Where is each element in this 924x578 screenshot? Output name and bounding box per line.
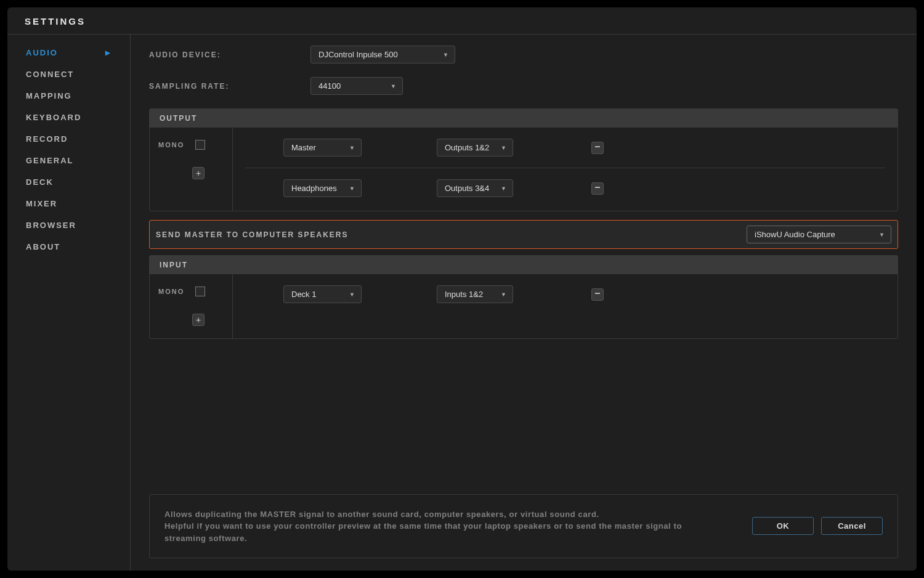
help-line1: Allows duplicating the MASTER signal to … [164, 510, 599, 519]
sidebar-item-about[interactable]: ABOUT [7, 236, 130, 258]
sampling-rate-label: SAMPLING RATE: [149, 82, 310, 91]
sidebar-item-label: BROWSER [26, 221, 76, 230]
dropdown-value: Inputs 1&2 [445, 290, 483, 299]
input-remove-button[interactable]: – [591, 288, 604, 301]
footer-buttons: OK Cancel [752, 517, 883, 535]
output-source-dropdown[interactable]: Headphones ▼ [283, 179, 362, 197]
dropdown-value: iShowU Audio Capture [755, 230, 835, 239]
sidebar-item-audio[interactable]: AUDIO ▶ [7, 42, 130, 63]
sidebar-item-record[interactable]: RECORD [7, 128, 130, 150]
output-header: OUTPUT [150, 109, 898, 128]
sampling-rate-row: SAMPLING RATE: 44100 ▼ [149, 77, 898, 95]
help-line2: Helpful if you want to use your controll… [164, 521, 682, 543]
chevron-down-icon: ▼ [391, 83, 396, 89]
output-add-button[interactable]: + [192, 167, 205, 179]
output-panel: OUTPUT MONO + Master ▼ [149, 108, 898, 211]
dropdown-value: Outputs 1&2 [445, 143, 489, 152]
output-remove-button[interactable]: – [591, 182, 604, 195]
chevron-down-icon: ▼ [349, 185, 355, 192]
sidebar: AUDIO ▶ CONNECT MAPPING KEYBOARD RECORD … [7, 35, 131, 571]
output-mono-checkbox[interactable] [195, 140, 205, 150]
audio-device-dropdown[interactable]: DJControl Inpulse 500 ▼ [310, 46, 455, 63]
window-title: SETTINGS [25, 16, 899, 26]
input-panel: INPUT MONO + Deck 1 ▼ [149, 255, 898, 339]
output-dest-dropdown[interactable]: Outputs 1&2 ▼ [437, 139, 513, 157]
sidebar-item-label: MAPPING [26, 91, 72, 100]
footer-bar: Allows duplicating the MASTER signal to … [149, 494, 898, 559]
output-source-dropdown[interactable]: Master ▼ [283, 139, 362, 157]
chevron-down-icon: ▼ [349, 291, 355, 298]
sampling-rate-dropdown[interactable]: 44100 ▼ [310, 77, 403, 95]
input-route-row: Deck 1 ▼ Inputs 1&2 ▼ – [245, 285, 885, 314]
input-left-column: MONO + [150, 274, 233, 338]
output-route-row: Master ▼ Outputs 1&2 ▼ – [245, 139, 885, 168]
chevron-right-icon: ▶ [105, 49, 111, 56]
input-source-dropdown[interactable]: Deck 1 ▼ [283, 285, 362, 303]
input-body: MONO + Deck 1 ▼ Inputs 1&2 [150, 274, 898, 338]
input-dest-dropdown[interactable]: Inputs 1&2 ▼ [437, 285, 513, 303]
audio-device-row: AUDIO DEVICE: DJControl Inpulse 500 ▼ [149, 46, 898, 63]
sidebar-item-label: KEYBOARD [26, 113, 81, 122]
output-dest-dropdown[interactable]: Outputs 3&4 ▼ [437, 179, 513, 197]
titlebar: SETTINGS [7, 7, 917, 35]
settings-window: SETTINGS AUDIO ▶ CONNECT MAPPING KEYBOAR… [7, 7, 917, 571]
cancel-button[interactable]: Cancel [821, 517, 883, 535]
output-route-row: Headphones ▼ Outputs 3&4 ▼ – [245, 179, 885, 208]
sidebar-item-connect[interactable]: CONNECT [7, 63, 130, 85]
sidebar-item-deck[interactable]: DECK [7, 171, 130, 193]
dropdown-value: Outputs 3&4 [445, 184, 489, 193]
sidebar-item-label: CONNECT [26, 70, 74, 79]
input-mono-row: MONO [158, 287, 224, 296]
send-master-bar: SEND MASTER TO COMPUTER SPEAKERS iShowU … [149, 220, 898, 249]
chevron-down-icon: ▼ [879, 232, 885, 238]
sidebar-item-label: RECORD [26, 134, 68, 144]
sidebar-item-general[interactable]: GENERAL [7, 150, 130, 171]
send-master-dropdown[interactable]: iShowU Audio Capture ▼ [747, 226, 891, 243]
dropdown-value: Deck 1 [291, 290, 316, 299]
chevron-down-icon: ▼ [501, 291, 506, 298]
output-mono-label: MONO [158, 141, 184, 149]
chevron-down-icon: ▼ [443, 52, 448, 58]
input-add-button[interactable]: + [192, 314, 205, 326]
sidebar-item-label: DECK [26, 177, 54, 187]
help-text: Allows duplicating the MASTER signal to … [164, 508, 688, 545]
dropdown-value: 44100 [318, 81, 341, 91]
output-left-column: MONO + [150, 128, 233, 211]
input-mono-label: MONO [158, 288, 184, 295]
sidebar-item-mapping[interactable]: MAPPING [7, 85, 130, 107]
input-header: INPUT [150, 256, 898, 274]
sidebar-item-label: GENERAL [26, 156, 74, 165]
dropdown-value: DJControl Inpulse 500 [318, 50, 398, 59]
main-panel: AUDIO DEVICE: DJControl Inpulse 500 ▼ SA… [131, 35, 917, 571]
sidebar-item-mixer[interactable]: MIXER [7, 193, 130, 214]
output-routes: Master ▼ Outputs 1&2 ▼ – Headphones [233, 128, 898, 211]
sidebar-item-label: AUDIO [26, 48, 58, 57]
input-routes: Deck 1 ▼ Inputs 1&2 ▼ – [233, 274, 898, 338]
dropdown-value: Master [291, 143, 316, 152]
chevron-down-icon: ▼ [349, 145, 355, 151]
sidebar-item-label: ABOUT [26, 242, 60, 251]
sidebar-item-keyboard[interactable]: KEYBOARD [7, 107, 130, 128]
chevron-down-icon: ▼ [501, 185, 506, 192]
dropdown-value: Headphones [291, 184, 337, 193]
input-mono-checkbox[interactable] [195, 287, 205, 296]
sidebar-item-label: MIXER [26, 199, 57, 208]
output-body: MONO + Master ▼ Outputs 1&2 [150, 128, 898, 211]
send-master-label: SEND MASTER TO COMPUTER SPEAKERS [156, 230, 348, 239]
audio-device-label: AUDIO DEVICE: [149, 51, 310, 59]
output-mono-row: MONO [158, 140, 224, 150]
chevron-down-icon: ▼ [501, 145, 506, 151]
body: AUDIO ▶ CONNECT MAPPING KEYBOARD RECORD … [7, 35, 917, 571]
ok-button[interactable]: OK [752, 517, 814, 535]
sidebar-item-browser[interactable]: BROWSER [7, 214, 130, 236]
output-remove-button[interactable]: – [591, 142, 604, 154]
